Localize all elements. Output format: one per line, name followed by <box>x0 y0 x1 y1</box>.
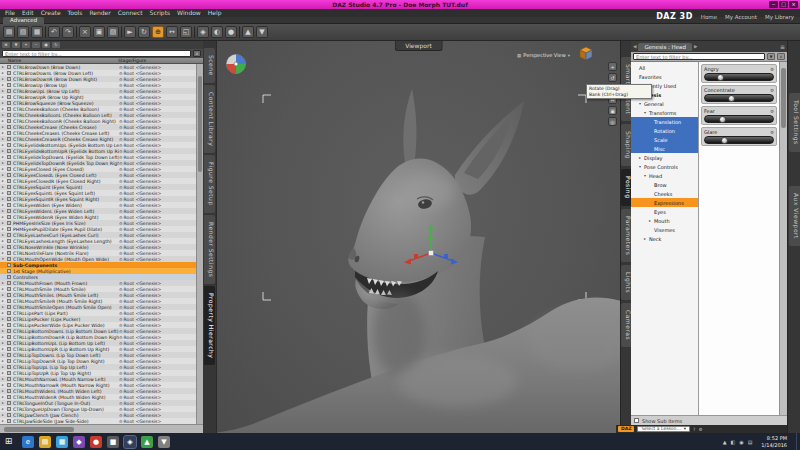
file-explorer-icon[interactable]: ▤ <box>39 436 51 448</box>
show-desktop-button[interactable] <box>796 433 800 450</box>
dock-tab[interactable]: Property Hierarchy <box>204 286 215 365</box>
camera-selector[interactable]: ▦ Perspective View ▾ <box>517 52 570 58</box>
scrollbar-thumb[interactable] <box>4 427 74 432</box>
render-icon[interactable]: ● <box>225 26 237 38</box>
app-icon-4[interactable]: ▲ <box>141 436 153 448</box>
scrollbar-thumb[interactable] <box>198 76 202 172</box>
close-button[interactable]: × <box>789 1 798 8</box>
posing-filter-input[interactable] <box>633 53 765 60</box>
slider-track[interactable] <box>704 136 774 144</box>
lesson-dropdown[interactable]: Select a Lesson... ▾ <box>637 426 690 432</box>
orbit-icon[interactable]: ↺ <box>608 73 617 82</box>
viewport-tab[interactable]: Viewport <box>394 41 443 51</box>
tree-item[interactable]: ▸ Mouth <box>631 216 698 225</box>
node-selection-tool-icon[interactable]: ► <box>124 26 136 38</box>
dock-tab[interactable]: Cameras <box>621 303 632 347</box>
daz-lesson-badge[interactable]: DAZ <box>618 426 634 432</box>
dock-tab[interactable]: Shaping <box>621 124 632 166</box>
doe-figure[interactable] <box>217 89 620 433</box>
tray-network-icon[interactable]: ◧ <box>731 439 736 445</box>
dock-tab[interactable]: Lights <box>621 265 632 300</box>
new-file-icon[interactable]: ▤ <box>3 26 15 38</box>
title-bar[interactable]: DAZ Studio 4.7 Pro - Doe Morph TUT.duf ─… <box>0 0 800 9</box>
tree-item[interactable]: ▸ Neck <box>631 234 698 243</box>
prev-tab-icon[interactable]: ◀ <box>633 44 636 49</box>
tray-volume-icon[interactable]: ◉ <box>739 439 743 445</box>
tree-item[interactable]: All <box>631 63 698 72</box>
dock-tab[interactable]: Parameters <box>621 209 632 262</box>
expand-all-icon[interactable]: + <box>22 42 30 48</box>
taskbar-clock[interactable]: 8:52 PM 1/14/2016 <box>761 435 787 448</box>
pane-menu-icon[interactable]: ≡ <box>2 42 10 48</box>
undo-icon[interactable]: ↶ <box>48 26 60 38</box>
aim-icon[interactable]: ◎ <box>608 117 617 126</box>
app-icon-5[interactable]: ▼ <box>158 436 170 448</box>
brand-link-my-account[interactable]: My Account <box>725 14 757 20</box>
slider-track[interactable] <box>704 94 774 102</box>
separator[interactable] <box>45 26 46 38</box>
tree-item[interactable]: ▾ General <box>631 99 698 108</box>
slider-handle[interactable] <box>719 116 726 123</box>
tray-up-icon[interactable]: ▲ <box>723 439 727 445</box>
maximize-button[interactable]: □ <box>779 1 788 8</box>
tree-item[interactable]: Cheeks <box>631 189 698 198</box>
spot-render-icon[interactable]: ◐ <box>211 26 223 38</box>
slider-handle[interactable] <box>721 137 728 144</box>
scrollbar-thumb[interactable] <box>781 68 786 128</box>
tree-item[interactable]: Scale <box>631 135 698 144</box>
clear-filter-button[interactable]: × <box>777 53 785 60</box>
slider-track[interactable] <box>704 73 774 81</box>
menu-item[interactable]: Create <box>41 9 61 17</box>
tree-item[interactable]: ▾ Transforms <box>631 108 698 117</box>
slider-gear-icon[interactable]: ⚙ <box>770 109 774 114</box>
property-list-scrollbar[interactable] <box>196 64 203 424</box>
tree-item[interactable]: Visemes <box>631 225 698 234</box>
start-button[interactable]: ⊞ <box>0 433 17 450</box>
tree-item[interactable]: Misc <box>631 144 698 153</box>
menu-item[interactable]: Window <box>177 9 201 17</box>
collapse-all-icon[interactable]: − <box>32 42 40 48</box>
workspace-tab-advanced[interactable]: Advanced <box>3 17 44 24</box>
menu-item[interactable]: Connect <box>118 9 143 17</box>
lesson-info-icon[interactable]: ? <box>693 427 695 432</box>
redo-icon[interactable]: ↷ <box>62 26 74 38</box>
menu-item[interactable]: File <box>5 9 15 17</box>
paste-icon[interactable]: ▨ <box>107 26 119 38</box>
view-cube[interactable] <box>578 45 594 65</box>
help-icon[interactable]: ▼ <box>256 26 268 38</box>
slider-handle[interactable] <box>717 74 724 81</box>
brand-link-home[interactable]: Home <box>701 14 717 20</box>
menu-item[interactable]: Tools <box>68 9 83 17</box>
store-icon[interactable]: ▦ <box>56 436 68 448</box>
tree-item[interactable]: Brow <box>631 180 698 189</box>
dock-tab[interactable]: Figure Setup <box>204 155 215 213</box>
separator[interactable] <box>121 26 122 38</box>
tree-item[interactable]: ▸ Display <box>631 153 698 162</box>
tree-item[interactable]: Expressions <box>631 198 698 207</box>
open-file-icon[interactable]: ▧ <box>17 26 29 38</box>
posing-node-tab[interactable]: Genesis : Head <box>638 43 692 51</box>
app-icon-1[interactable]: ◆ <box>73 436 85 448</box>
tree-item[interactable]: ▾ Head <box>631 171 698 180</box>
show-sub-items-checkbox[interactable] <box>634 418 639 423</box>
slider-gear-icon[interactable]: ⚙ <box>770 88 774 93</box>
slider-track[interactable] <box>704 115 774 123</box>
rotate-tool-icon[interactable]: ↻ <box>138 26 150 38</box>
dock-tab[interactable]: Content Library <box>204 85 215 153</box>
refresh-icon[interactable]: ↻ <box>52 42 60 48</box>
tree-item[interactable]: Translation <box>631 117 698 126</box>
translate-tool-icon[interactable]: ↔ <box>166 26 178 38</box>
slider-gear-icon[interactable]: ⚙ <box>770 67 774 72</box>
tree-item[interactable]: Rotation <box>631 126 698 135</box>
dock-tab[interactable]: Scene <box>204 48 215 83</box>
column-name[interactable]: Name <box>0 58 118 63</box>
dock-tab[interactable]: Tool Settings <box>789 93 800 152</box>
menu-item[interactable]: Scripts <box>150 9 171 17</box>
scale-tool-icon[interactable]: ◱ <box>180 26 192 38</box>
cut-icon[interactable]: × <box>79 26 91 38</box>
save-file-icon[interactable]: ▦ <box>31 26 43 38</box>
minimize-button[interactable]: ─ <box>769 1 778 8</box>
tree-item[interactable]: ▾ Pose Controls <box>631 162 698 171</box>
separator[interactable] <box>194 26 195 38</box>
app-icon-3[interactable]: ■ <box>107 436 119 448</box>
